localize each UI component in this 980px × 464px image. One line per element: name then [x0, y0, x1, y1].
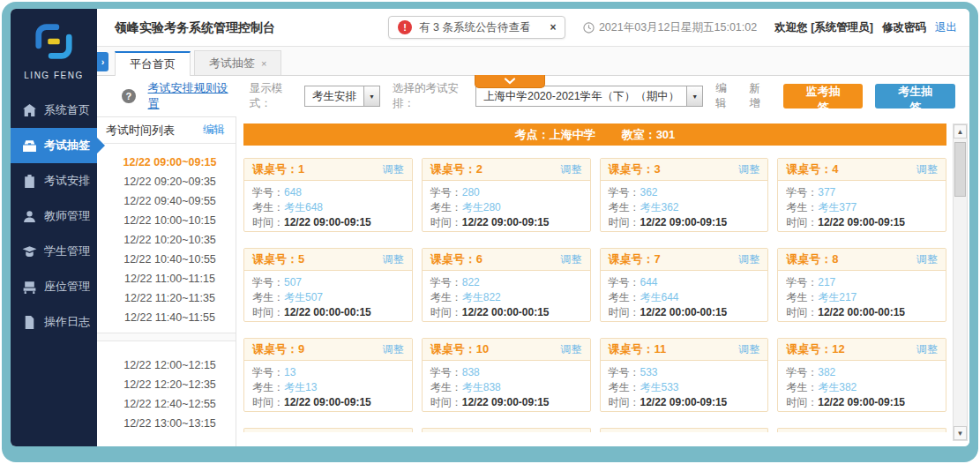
- field-value: 217: [818, 276, 835, 288]
- time-slot[interactable]: 12/22 10:40~10:55: [104, 250, 236, 269]
- desk-field-examinee: 考生：考生822: [430, 290, 582, 305]
- desk-field-examinee: 考生：考生838: [430, 380, 582, 395]
- field-value: 12/22 09:00-09:15: [462, 396, 550, 408]
- desk-field-student_no: 学号：644: [609, 275, 760, 290]
- vertical-scrollbar[interactable]: ▲ ▼: [953, 123, 968, 441]
- notice-close-icon[interactable]: ×: [550, 21, 556, 34]
- logo-text: LING FENG: [11, 71, 97, 80]
- desk-card: 课桌号：4调整学号：377考生：考生377时间：12/22 09:00-09:1…: [777, 158, 946, 232]
- dropdown-arrow-icon[interactable]: ▼: [686, 86, 702, 106]
- time-slot[interactable]: 12/22 10:20~10:35: [104, 230, 236, 250]
- adjust-link[interactable]: 调整: [916, 252, 938, 267]
- desk-card: 课桌号：10调整学号：838考生：考生838时间：12/22 09:00-09:…: [422, 338, 591, 412]
- desk-field-time: 时间：12/22 09:00-09:15: [786, 215, 938, 230]
- time-panel-header: 考试时间列表 编辑: [104, 117, 236, 144]
- panel-collapse-toggle[interactable]: [475, 75, 545, 88]
- time-slot-divider: [97, 333, 236, 341]
- logo: LING FENG: [11, 9, 97, 80]
- schedule-select[interactable]: 上海中学2020-2021学年（下）（期中） ▼: [475, 86, 703, 107]
- desk-card: 课桌号：12调整学号：382考生：考生382时间：12/22 09:00-09:…: [777, 338, 946, 412]
- adjust-link[interactable]: 调整: [383, 342, 404, 357]
- examinee-draw-button[interactable]: 考生抽签: [875, 84, 955, 109]
- tab-1[interactable]: 平台首页: [115, 51, 191, 76]
- desk-field-time: 时间：12/22 09:00-09:15: [609, 215, 760, 230]
- sidebar-item-3[interactable]: 考试安排: [11, 163, 97, 198]
- desk-field-examinee: 考生：考生13: [252, 380, 404, 395]
- field-label: 时间：: [430, 306, 462, 318]
- sidebar-item-2[interactable]: 考试抽签: [11, 128, 97, 163]
- adjust-link[interactable]: 调整: [738, 162, 759, 177]
- datetime-text: 2021年03月12日星期五15:01:02: [599, 20, 757, 35]
- display-mode-select[interactable]: 考生安排 ▼: [304, 86, 380, 107]
- desk-field-examinee: 考生：考生217: [786, 290, 938, 305]
- sidebar-item-label: 考试抽签: [44, 138, 90, 153]
- sidebar-item-5[interactable]: 学生管理: [11, 234, 97, 269]
- logout-link[interactable]: 退出: [935, 20, 957, 35]
- exam-rule-settings-link[interactable]: 考试安排规则设置: [148, 80, 237, 112]
- field-value: 507: [284, 276, 302, 288]
- sidebar-item-label: 座位管理: [44, 279, 90, 295]
- sidebar-item-label: 系统首页: [44, 102, 90, 118]
- adjust-link[interactable]: 调整: [916, 342, 938, 357]
- field-value: 考生507: [284, 291, 323, 303]
- adjust-link[interactable]: 调整: [561, 342, 582, 357]
- time-slot[interactable]: 12/22 09:00~09:15: [104, 153, 236, 172]
- field-label: 考生：: [786, 291, 818, 303]
- chevron-down-icon: [504, 78, 516, 85]
- time-slot[interactable]: 12/22 11:20~11:35: [104, 288, 236, 308]
- time-panel-edit-link[interactable]: 编辑: [203, 123, 225, 138]
- app-window: LING FENG 系统首页考试抽签考试安排教师管理学生管理座位管理操作日志 领…: [11, 9, 969, 446]
- adjust-link[interactable]: 调整: [383, 162, 404, 177]
- adjust-link[interactable]: 调整: [738, 342, 759, 357]
- time-slot[interactable]: 12/22 12:20~12:35: [104, 375, 236, 394]
- logo-icon: [34, 21, 74, 62]
- sidebar-item-7[interactable]: 操作日志: [11, 304, 97, 340]
- time-slot[interactable]: 12/22 10:00~10:15: [104, 211, 236, 230]
- top-header: 领峰实验考务系统管理控制台 ! 有 3 条系统公告待查看 × 2021年03月1…: [97, 9, 969, 46]
- dropdown-arrow-icon[interactable]: ▼: [363, 86, 379, 106]
- sidebar-item-4[interactable]: 教师管理: [11, 198, 97, 234]
- notice-banner[interactable]: ! 有 3 条系统公告待查看 ×: [388, 16, 565, 39]
- adjust-link[interactable]: 调整: [738, 252, 759, 267]
- sidebar-item-6[interactable]: 座位管理: [11, 269, 97, 304]
- desk-field-examinee: 考生：考生280: [430, 200, 582, 215]
- scrollbar-thumb[interactable]: [954, 142, 966, 197]
- desk-card: 课桌号：11调整学号：533考生：考生533时间：12/22 09:00-09:…: [600, 338, 769, 412]
- time-slot[interactable]: 12/22 11:40~11:55: [104, 308, 236, 327]
- edit-link[interactable]: 编辑: [715, 81, 737, 111]
- header-user-area: 2021年03月12日星期五15:01:02 欢迎您 [系统管理员] 修改密码 …: [583, 9, 957, 46]
- field-label: 学号：: [430, 276, 462, 288]
- invigilator-draw-button[interactable]: 监考抽签: [783, 84, 864, 109]
- tab-2[interactable]: 考试抽签×: [194, 50, 281, 75]
- adjust-link[interactable]: 调整: [561, 162, 582, 177]
- field-label: 考生：: [252, 291, 284, 303]
- time-slot[interactable]: 12/22 13:00~13:15: [104, 414, 236, 433]
- scroll-down-icon[interactable]: ▼: [954, 426, 967, 440]
- time-slot[interactable]: 12/22 09:40~09:55: [104, 191, 236, 211]
- field-value: 382: [818, 366, 835, 378]
- clock: 2021年03月12日星期五15:01:02: [583, 20, 757, 35]
- time-slot[interactable]: 12/22 11:00~11:15: [104, 269, 236, 288]
- sidebar-expand-button[interactable]: ›: [97, 52, 108, 71]
- desk-card-header: 课桌号：6调整: [423, 249, 590, 271]
- field-value: 533: [640, 366, 658, 378]
- desk-number: 课桌号：8: [786, 251, 838, 267]
- sidebar-item-1[interactable]: 系统首页: [11, 93, 97, 128]
- adjust-link[interactable]: 调整: [383, 252, 404, 267]
- desk-card-body: 学号：822考生：考生822时间：12/22 00:00-00:15: [423, 271, 590, 322]
- time-slot[interactable]: 12/22 12:00~12:15: [104, 355, 236, 375]
- sidebar-item-label: 考试安排: [44, 173, 90, 189]
- adjust-link[interactable]: 调整: [561, 252, 582, 267]
- change-password-link[interactable]: 修改密码: [882, 20, 926, 35]
- time-slot[interactable]: 12/22 12:40~12:55: [104, 394, 236, 414]
- adjust-link[interactable]: 调整: [916, 162, 938, 177]
- exam-time-panel: 考试时间列表 编辑 12/22 09:00~09:1512/22 09:20~0…: [97, 116, 236, 446]
- field-label: 考生：: [252, 201, 284, 213]
- scroll-up-icon[interactable]: ▲: [954, 124, 967, 138]
- field-value: 12/22 09:00-09:15: [818, 396, 905, 408]
- time-slot[interactable]: 12/22 09:20~09:35: [104, 172, 236, 191]
- tab-close-icon[interactable]: ×: [261, 58, 266, 69]
- desk-number: 课桌号：11: [609, 341, 667, 357]
- add-link[interactable]: 新增: [750, 81, 771, 111]
- desk-number: 课桌号：9: [252, 341, 304, 357]
